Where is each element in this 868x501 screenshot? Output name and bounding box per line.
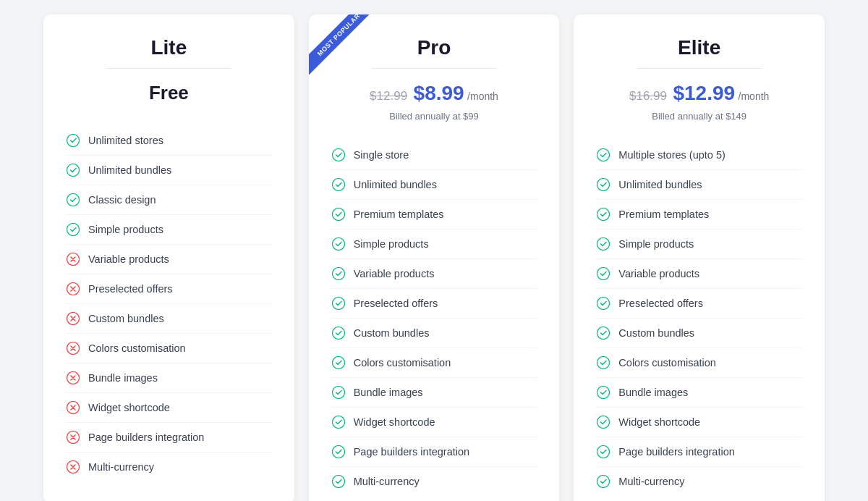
feature-label: Bundle images — [354, 387, 423, 398]
feature-label: Multiple stores (upto 5) — [618, 149, 725, 161]
check-icon — [595, 206, 611, 222]
check-icon — [65, 222, 81, 237]
feature-item: Premium templates — [331, 200, 538, 230]
feature-label: Unlimited bundles — [88, 164, 171, 176]
svg-point-17 — [332, 298, 344, 310]
feature-label: Preselected offers — [618, 298, 703, 309]
feature-item: Custom bundles — [595, 319, 803, 348]
feature-label: Simple products — [618, 238, 694, 250]
feature-item: Single store — [331, 140, 538, 170]
feature-label: Custom bundles — [88, 313, 164, 324]
plan-divider-lite — [106, 68, 231, 69]
svg-point-24 — [597, 149, 610, 161]
check-icon — [595, 295, 611, 311]
plan-divider-elite — [637, 68, 762, 69]
check-icon — [595, 444, 611, 460]
check-icon — [595, 236, 611, 252]
feature-item: Preselected offers — [65, 274, 273, 304]
check-icon — [595, 325, 611, 341]
feature-label: Preselected offers — [354, 298, 438, 309]
svg-point-35 — [597, 476, 610, 488]
feature-item: Variable products — [65, 245, 273, 274]
price-discounted-pro: $8.99 — [414, 82, 464, 104]
feature-label: Simple products — [354, 238, 429, 250]
svg-point-1 — [67, 164, 80, 177]
feature-label: Unlimited stores — [88, 135, 163, 146]
badge-label: MOST POPULAR — [309, 14, 374, 75]
plan-card-pro: MOST POPULAR Pro $12.99 $8.99 /month Bil… — [309, 14, 560, 501]
pricing-container: LiteFree Unlimited stores Unlimited bund… — [36, 14, 832, 501]
check-icon — [595, 414, 611, 430]
cross-icon — [65, 370, 81, 386]
svg-point-33 — [597, 416, 610, 429]
feature-item: Bundle images — [65, 363, 273, 393]
svg-point-27 — [597, 238, 610, 250]
check-icon — [595, 473, 611, 489]
check-icon — [331, 355, 346, 371]
feature-label: Preselected offers — [88, 283, 173, 295]
feature-label: Single store — [354, 149, 409, 161]
feature-item: Unlimited bundles — [65, 156, 273, 185]
feature-item: Preselected offers — [595, 289, 803, 319]
feature-item: Preselected offers — [331, 289, 538, 319]
svg-point-15 — [332, 238, 344, 250]
cross-icon — [65, 340, 81, 356]
check-icon — [331, 147, 346, 163]
feature-label: Variable products — [88, 253, 169, 265]
check-icon — [331, 444, 346, 460]
feature-item: Widget shortcode — [331, 408, 538, 437]
check-icon — [595, 147, 611, 163]
feature-item: Widget shortcode — [65, 393, 273, 423]
svg-point-16 — [332, 268, 344, 280]
price-original-pro: $12.99 — [370, 89, 407, 103]
feature-item: Unlimited bundles — [331, 170, 538, 200]
check-icon — [65, 132, 81, 148]
check-icon — [331, 266, 346, 282]
feature-item: Unlimited bundles — [595, 170, 803, 200]
svg-point-30 — [597, 327, 610, 340]
feature-item: Multiple stores (upto 5) — [595, 140, 803, 170]
feature-item: Bundle images — [595, 378, 803, 408]
plan-card-elite: Elite $16.99 $12.99 /month Billed annual… — [574, 14, 825, 501]
feature-item: Page builders integration — [595, 437, 803, 467]
plan-title-elite: Elite — [595, 36, 803, 59]
feature-list-lite: Unlimited stores Unlimited bundles Class… — [65, 126, 273, 481]
feature-list-pro: Single store Unlimited bundles Premium t… — [331, 140, 538, 496]
feature-item: Multi-currency — [331, 467, 538, 496]
feature-item: Variable products — [331, 259, 538, 289]
svg-point-12 — [332, 149, 344, 161]
feature-label: Colors customisation — [88, 342, 186, 354]
check-icon — [65, 162, 81, 178]
check-icon — [331, 295, 346, 311]
svg-point-32 — [597, 387, 610, 399]
feature-label: Premium templates — [354, 209, 444, 220]
svg-point-21 — [332, 416, 344, 429]
check-icon — [595, 177, 611, 193]
feature-label: Variable products — [354, 268, 435, 279]
cross-icon — [65, 311, 81, 327]
feature-label: Widget shortcode — [88, 402, 170, 413]
feature-item: Premium templates — [595, 200, 803, 230]
price-period-elite: /month — [739, 90, 770, 102]
svg-point-25 — [597, 179, 610, 191]
feature-label: Custom bundles — [618, 327, 694, 339]
feature-item: Simple products — [595, 230, 803, 259]
svg-point-23 — [332, 476, 344, 488]
check-icon — [595, 266, 611, 282]
cross-icon — [65, 251, 81, 267]
price-original-elite: $16.99 — [629, 89, 667, 103]
feature-label: Page builders integration — [618, 446, 734, 458]
feature-label: Widget shortcode — [354, 416, 435, 428]
svg-point-3 — [67, 224, 80, 236]
feature-label: Page builders integration — [88, 431, 204, 443]
feature-label: Variable products — [618, 268, 699, 279]
price-discounted-elite: $12.99 — [673, 82, 735, 104]
feature-label: Classic design — [88, 194, 156, 206]
most-popular-badge: MOST POPULAR — [309, 14, 374, 80]
check-icon — [331, 177, 346, 193]
check-icon — [331, 325, 346, 341]
feature-item: Bundle images — [331, 378, 538, 408]
check-icon — [331, 206, 346, 222]
feature-item: Widget shortcode — [595, 408, 803, 437]
cross-icon — [65, 429, 81, 445]
